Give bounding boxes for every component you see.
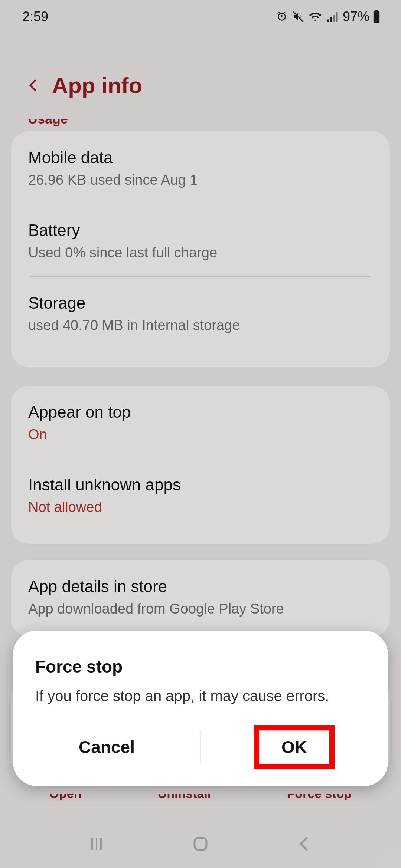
recents-icon [88, 835, 105, 853]
row-subtitle: App downloaded from Google Play Store [28, 601, 371, 617]
page-title: App info [52, 73, 142, 98]
dialog-body: If you force stop an app, it may cause e… [13, 688, 388, 727]
force-stop-dialog: Force stop If you force stop an app, it … [13, 631, 388, 786]
status-time: 2:59 [22, 9, 48, 24]
status-icons: 97% [276, 9, 381, 24]
row-title: Storage [28, 294, 371, 312]
button-divider [200, 731, 201, 763]
signal-icon [326, 11, 338, 22]
wifi-icon [309, 11, 322, 22]
home-button[interactable] [192, 835, 209, 853]
recents-button[interactable] [88, 835, 105, 853]
app-bar: App info [0, 59, 401, 111]
system-nav-bar [0, 820, 401, 868]
chevron-left-icon [26, 78, 41, 93]
alarm-icon [276, 11, 288, 23]
svg-rect-1 [375, 10, 378, 12]
row-storage[interactable]: Storage used 40.70 MB in Internal storag… [11, 277, 390, 349]
mute-icon [292, 11, 304, 23]
battery-icon [372, 10, 381, 23]
row-mobile-data[interactable]: Mobile data 26.96 KB used since Aug 1 [11, 131, 390, 204]
row-title: Battery [28, 221, 371, 240]
row-title: Appear on top [28, 403, 371, 421]
action-uninstall[interactable]: Uninstall [158, 786, 211, 801]
bottom-action-bar: Open Uninstall Force stop [11, 786, 390, 805]
permissions-card: Appear on top On Install unknown apps No… [11, 386, 390, 544]
row-title: Mobile data [28, 148, 371, 167]
home-icon [192, 835, 209, 853]
action-force-stop[interactable]: Force stop [287, 786, 352, 801]
row-subtitle: used 40.70 MB in Internal storage [28, 318, 371, 333]
store-card: App details in store App downloaded from… [11, 560, 390, 637]
back-nav-button[interactable] [296, 835, 313, 853]
ok-highlight-box: OK [254, 725, 335, 769]
row-subtitle: 26.96 KB used since Aug 1 [28, 172, 371, 188]
action-open[interactable]: Open [49, 786, 82, 801]
back-button[interactable] [26, 78, 41, 93]
dialog-title: Force stop [13, 657, 388, 688]
cancel-button[interactable]: Cancel [20, 737, 193, 757]
row-app-details-in-store[interactable]: App details in store App downloaded from… [11, 560, 390, 632]
row-install-unknown-apps[interactable]: Install unknown apps Not allowed [11, 458, 390, 531]
status-bar: 2:59 97% [0, 0, 401, 33]
row-subtitle: Not allowed [28, 499, 371, 515]
svg-rect-5 [195, 838, 206, 850]
row-battery[interactable]: Battery Used 0% since last full charge [11, 204, 390, 276]
usage-card: Mobile data 26.96 KB used since Aug 1 Ba… [11, 131, 390, 367]
svg-rect-0 [374, 11, 379, 23]
battery-percent: 97% [343, 9, 369, 24]
row-title: Install unknown apps [28, 476, 371, 494]
section-label-usage: Usage [28, 111, 68, 127]
row-title: App details in store [28, 577, 371, 596]
row-subtitle: Used 0% since last full charge [28, 245, 371, 261]
row-appear-on-top[interactable]: Appear on top On [11, 386, 390, 458]
ok-button[interactable]: OK [208, 725, 381, 769]
row-subtitle: On [28, 427, 371, 443]
chevron-left-icon [296, 835, 313, 853]
